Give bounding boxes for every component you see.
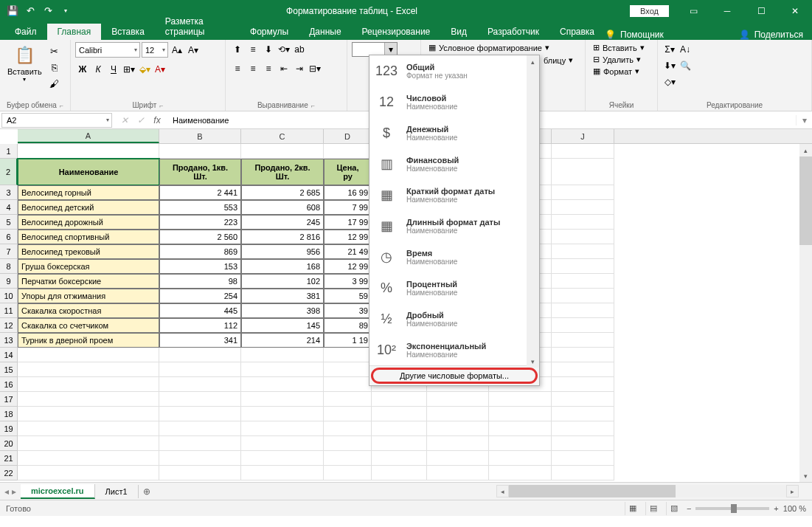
cell[interactable]	[159, 377, 241, 392]
zoom-in-icon[interactable]: +	[774, 504, 778, 513]
row-header[interactable]: 15	[0, 362, 18, 377]
name-box[interactable]: A2▾	[1, 113, 112, 128]
cell[interactable]	[552, 200, 614, 215]
cell[interactable]	[159, 348, 241, 362]
decrease-font-icon[interactable]: A▾	[186, 43, 201, 58]
row-header[interactable]: 13	[0, 333, 18, 348]
cut-icon[interactable]: ✂	[46, 44, 63, 58]
more-formats-button[interactable]: Другие числовые форматы...	[369, 365, 539, 385]
cell[interactable]: 59	[324, 289, 372, 303]
format-option-3[interactable]: ▥ Финансовый Наименование	[369, 148, 539, 179]
row-header[interactable]: 3	[0, 185, 18, 200]
tab-dev[interactable]: Разработчик	[477, 24, 549, 40]
cell[interactable]	[427, 466, 489, 480]
cell[interactable]	[552, 289, 614, 303]
cell[interactable]: 89	[324, 318, 372, 333]
font-color-button[interactable]: A▾	[153, 62, 167, 77]
cell[interactable]: 214	[241, 333, 324, 348]
row-header[interactable]: 4	[0, 200, 18, 215]
cell[interactable]	[489, 421, 552, 436]
cell[interactable]: 245	[241, 215, 324, 230]
cell[interactable]	[552, 259, 614, 274]
format-option-8[interactable]: ½ Дробный Наименование	[369, 303, 539, 334]
tab-review[interactable]: Рецензирование	[352, 24, 441, 40]
cell[interactable]: 956	[241, 244, 324, 259]
cell[interactable]: 2 441	[159, 185, 241, 200]
cancel-fx-icon[interactable]: ✕	[117, 112, 133, 128]
col-header-D[interactable]: D	[324, 129, 372, 143]
cell[interactable]	[324, 377, 372, 392]
row-header[interactable]: 19	[0, 421, 18, 436]
format-option-9[interactable]: 10² Экспоненциальный Наименование	[369, 334, 539, 365]
new-sheet-icon[interactable]: ⊕	[139, 486, 155, 497]
format-option-5[interactable]: ▦ Длинный формат даты Наименование	[369, 210, 539, 241]
cell[interactable]	[241, 348, 324, 362]
align-left-icon[interactable]: ≡	[230, 61, 245, 76]
format-painter-icon[interactable]: 🖌	[46, 76, 63, 91]
cell[interactable]	[18, 144, 159, 159]
format-option-4[interactable]: ▦ Краткий формат даты Наименование	[369, 179, 539, 210]
cell[interactable]	[552, 407, 614, 421]
row-header[interactable]: 10	[0, 289, 18, 303]
underline-button[interactable]: Ч	[106, 62, 121, 77]
cell[interactable]	[552, 362, 614, 377]
cell[interactable]	[18, 436, 159, 451]
italic-button[interactable]: К	[91, 62, 105, 77]
sheet-nav-next-icon[interactable]: ▸	[12, 486, 16, 497]
cell[interactable]	[552, 144, 614, 159]
cell[interactable]	[241, 377, 324, 392]
cell[interactable]: Упоры для отжимания	[18, 289, 159, 303]
cell[interactable]: 112	[159, 318, 241, 333]
cell[interactable]	[489, 466, 552, 480]
cell[interactable]: 869	[159, 244, 241, 259]
vertical-scrollbar[interactable]: ▴ ▾	[799, 144, 812, 482]
cell[interactable]: 21 49	[324, 244, 372, 259]
cell[interactable]	[18, 362, 159, 377]
cell[interactable]	[489, 407, 552, 421]
cell[interactable]: 16 99	[324, 185, 372, 200]
zoom-slider[interactable]	[695, 507, 769, 510]
cell[interactable]	[489, 436, 552, 451]
border-button[interactable]: ⊞▾	[122, 62, 136, 77]
fill-icon[interactable]: ⬇▾	[662, 58, 677, 73]
cell[interactable]	[18, 377, 159, 392]
cell[interactable]	[552, 333, 614, 348]
cell[interactable]	[552, 230, 614, 244]
view-layout-icon[interactable]: ▤	[645, 502, 662, 515]
cell[interactable]: 145	[241, 318, 324, 333]
merge-icon[interactable]: ⊟▾	[308, 61, 322, 76]
cell[interactable]	[427, 392, 489, 407]
cell[interactable]: 7 99	[324, 200, 372, 215]
row-header[interactable]: 1	[0, 144, 18, 159]
tab-home[interactable]: Главная	[47, 24, 102, 40]
cell[interactable]	[18, 421, 159, 436]
cell[interactable]	[324, 407, 372, 421]
cell[interactable]	[324, 466, 372, 480]
share-button[interactable]: Поделиться	[754, 30, 803, 40]
cell[interactable]: Груша боксерская	[18, 259, 159, 274]
format-option-2[interactable]: $ Денежный Наименование	[369, 117, 539, 148]
cell[interactable]	[552, 392, 614, 407]
tab-layout[interactable]: Разметка страницы	[155, 13, 240, 40]
col-header-C[interactable]: C	[241, 129, 324, 143]
cell[interactable]	[552, 421, 614, 436]
font-size-select[interactable]: 12▾	[142, 42, 168, 58]
font-name-select[interactable]: Calibri▾	[75, 42, 140, 58]
cell[interactable]	[489, 392, 552, 407]
cell[interactable]	[372, 421, 427, 436]
cell[interactable]	[324, 362, 372, 377]
cell[interactable]	[552, 215, 614, 230]
fx-icon[interactable]: fx	[149, 112, 165, 128]
cell[interactable]: 153	[159, 259, 241, 274]
cell[interactable]	[489, 451, 552, 466]
tab-data[interactable]: Данные	[299, 24, 351, 40]
cell[interactable]	[552, 451, 614, 466]
increase-font-icon[interactable]: A▴	[170, 43, 184, 58]
row-header[interactable]: 12	[0, 318, 18, 333]
fill-color-button[interactable]: ⬙▾	[137, 62, 152, 77]
cell[interactable]	[324, 451, 372, 466]
formula-expand-icon[interactable]: ▾	[796, 115, 812, 125]
cell[interactable]	[159, 451, 241, 466]
paste-button[interactable]: 📋 Вставить ▾	[4, 42, 45, 84]
cell[interactable]: Скакалка со счетчиком	[18, 318, 159, 333]
